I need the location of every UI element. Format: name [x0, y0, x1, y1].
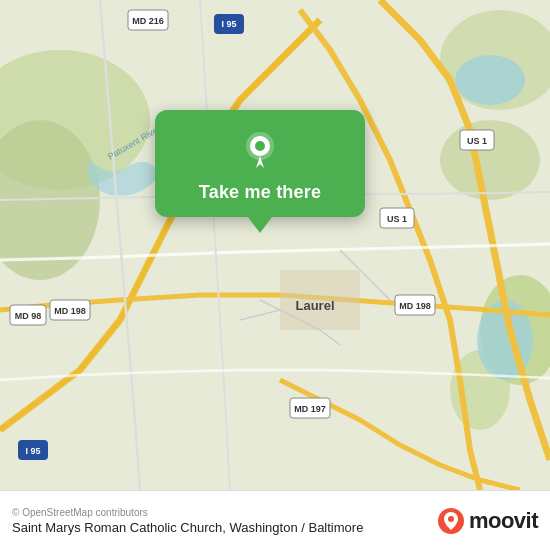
svg-text:I 95: I 95 — [25, 446, 40, 456]
moovit-text: moovit — [469, 508, 538, 534]
place-name: Saint Marys Roman Catholic Church, Washi… — [12, 520, 429, 535]
svg-point-33 — [255, 141, 265, 151]
attribution-text: © OpenStreetMap contributors — [12, 507, 429, 518]
svg-text:MD 197: MD 197 — [294, 404, 326, 414]
svg-text:MD 198: MD 198 — [54, 306, 86, 316]
svg-text:MD 198: MD 198 — [399, 301, 431, 311]
map-area[interactable]: I 95 I 95 US 1 US 1 MD 216 MD 198 MD 198… — [0, 0, 550, 490]
svg-text:MD 98: MD 98 — [15, 311, 42, 321]
take-me-there-popup[interactable]: Take me there — [155, 110, 365, 217]
map-svg: I 95 I 95 US 1 US 1 MD 216 MD 198 MD 198… — [0, 0, 550, 490]
svg-point-7 — [455, 55, 525, 105]
location-pin-icon — [238, 128, 282, 172]
bottom-bar: © OpenStreetMap contributors Saint Marys… — [0, 490, 550, 550]
svg-text:Laurel: Laurel — [295, 298, 334, 313]
svg-point-35 — [448, 516, 454, 522]
moovit-logo: moovit — [437, 507, 538, 535]
popup-label: Take me there — [199, 182, 321, 203]
svg-text:US 1: US 1 — [467, 136, 487, 146]
svg-text:MD 216: MD 216 — [132, 16, 164, 26]
svg-text:US 1: US 1 — [387, 214, 407, 224]
svg-text:I 95: I 95 — [221, 19, 236, 29]
moovit-pin-icon — [437, 507, 465, 535]
